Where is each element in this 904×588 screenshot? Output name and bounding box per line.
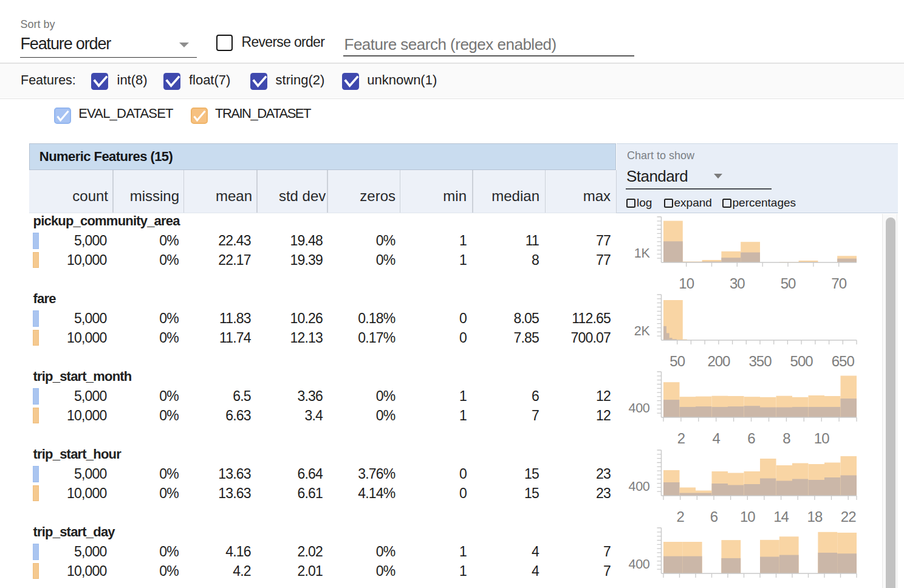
svg-text:70: 70 [831, 275, 846, 289]
svg-text:400: 400 [629, 479, 650, 493]
svg-text:6: 6 [747, 430, 755, 444]
svg-text:4: 4 [713, 430, 721, 444]
svg-text:1K: 1K [634, 246, 651, 261]
svg-text:6: 6 [710, 508, 718, 522]
svg-text:14: 14 [773, 508, 789, 522]
svg-text:10: 10 [740, 508, 755, 522]
svg-text:350: 350 [748, 353, 772, 367]
svg-text:2K: 2K [634, 323, 651, 338]
svg-text:2: 2 [677, 508, 685, 522]
svg-text:200: 200 [707, 353, 730, 367]
svg-text:22: 22 [841, 508, 856, 522]
svg-text:10: 10 [814, 430, 829, 444]
svg-text:650: 650 [832, 353, 855, 367]
svg-text:500: 500 [790, 353, 813, 367]
svg-text:10: 10 [679, 275, 694, 289]
svg-text:30: 30 [730, 275, 745, 289]
svg-text:400: 400 [629, 401, 650, 415]
svg-text:8: 8 [782, 430, 790, 444]
svg-text:2: 2 [677, 430, 685, 444]
svg-text:50: 50 [781, 275, 796, 289]
svg-text:18: 18 [807, 508, 823, 522]
svg-text:50: 50 [669, 353, 685, 367]
svg-text:400: 400 [629, 556, 650, 571]
